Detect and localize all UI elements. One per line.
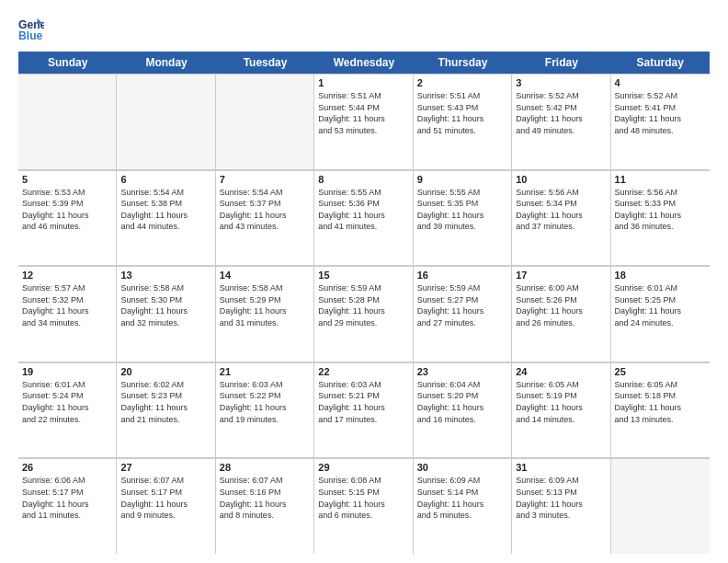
day-info: Sunrise: 5:58 AM Sunset: 5:29 PM Dayligh… bbox=[220, 282, 310, 328]
header: General Blue bbox=[18, 17, 710, 42]
table-row: 8Sunrise: 5:55 AM Sunset: 5:36 PM Daylig… bbox=[314, 170, 413, 266]
day-number: 17 bbox=[516, 270, 606, 281]
header-sunday: Sunday bbox=[18, 52, 117, 74]
day-info: Sunrise: 6:09 AM Sunset: 5:13 PM Dayligh… bbox=[516, 475, 606, 521]
table-row: 14Sunrise: 5:58 AM Sunset: 5:29 PM Dayli… bbox=[216, 266, 314, 362]
table-row bbox=[117, 74, 215, 169]
day-info: Sunrise: 5:58 AM Sunset: 5:30 PM Dayligh… bbox=[120, 282, 210, 328]
day-number: 25 bbox=[615, 366, 706, 377]
table-row: 23Sunrise: 6:04 AM Sunset: 5:20 PM Dayli… bbox=[414, 362, 512, 458]
table-row: 29Sunrise: 6:08 AM Sunset: 5:15 PM Dayli… bbox=[314, 458, 413, 554]
table-row: 31Sunrise: 6:09 AM Sunset: 5:13 PM Dayli… bbox=[512, 458, 610, 554]
day-number: 27 bbox=[120, 462, 210, 473]
day-number: 13 bbox=[120, 270, 210, 281]
day-info: Sunrise: 5:57 AM Sunset: 5:32 PM Dayligh… bbox=[22, 282, 112, 328]
day-info: Sunrise: 6:01 AM Sunset: 5:25 PM Dayligh… bbox=[615, 282, 706, 328]
day-info: Sunrise: 6:08 AM Sunset: 5:15 PM Dayligh… bbox=[318, 475, 408, 521]
table-row: 24Sunrise: 6:05 AM Sunset: 5:19 PM Dayli… bbox=[512, 362, 610, 458]
day-info: Sunrise: 5:53 AM Sunset: 5:39 PM Dayligh… bbox=[22, 187, 112, 233]
header-monday: Monday bbox=[117, 52, 215, 74]
day-number: 16 bbox=[417, 270, 507, 281]
table-row bbox=[216, 74, 314, 169]
table-row: 4Sunrise: 5:52 AM Sunset: 5:41 PM Daylig… bbox=[611, 74, 710, 169]
table-row: 11Sunrise: 5:56 AM Sunset: 5:33 PM Dayli… bbox=[611, 170, 710, 266]
week-row-5: 26Sunrise: 6:06 AM Sunset: 5:17 PM Dayli… bbox=[18, 458, 710, 554]
day-info: Sunrise: 5:52 AM Sunset: 5:41 PM Dayligh… bbox=[615, 90, 706, 136]
day-number: 6 bbox=[120, 174, 210, 185]
day-number: 29 bbox=[318, 462, 408, 473]
day-number: 4 bbox=[615, 77, 706, 88]
table-row: 27Sunrise: 6:07 AM Sunset: 5:17 PM Dayli… bbox=[117, 458, 215, 554]
table-row: 25Sunrise: 6:05 AM Sunset: 5:18 PM Dayli… bbox=[611, 362, 710, 458]
table-row: 9Sunrise: 5:55 AM Sunset: 5:35 PM Daylig… bbox=[414, 170, 512, 266]
day-number: 20 bbox=[120, 366, 210, 377]
day-number: 14 bbox=[220, 270, 310, 281]
calendar: Sunday Monday Tuesday Wednesday Thursday… bbox=[18, 52, 710, 554]
table-row: 22Sunrise: 6:03 AM Sunset: 5:21 PM Dayli… bbox=[314, 362, 413, 458]
day-info: Sunrise: 6:02 AM Sunset: 5:23 PM Dayligh… bbox=[120, 379, 210, 425]
day-info: Sunrise: 5:56 AM Sunset: 5:33 PM Dayligh… bbox=[615, 187, 706, 233]
day-number: 5 bbox=[22, 174, 112, 185]
day-number: 12 bbox=[22, 270, 112, 281]
day-info: Sunrise: 5:52 AM Sunset: 5:42 PM Dayligh… bbox=[516, 90, 606, 136]
day-info: Sunrise: 6:06 AM Sunset: 5:17 PM Dayligh… bbox=[22, 475, 112, 521]
header-tuesday: Tuesday bbox=[216, 52, 314, 74]
day-info: Sunrise: 5:59 AM Sunset: 5:27 PM Dayligh… bbox=[417, 282, 507, 328]
table-row: 26Sunrise: 6:06 AM Sunset: 5:17 PM Dayli… bbox=[18, 458, 117, 554]
day-number: 24 bbox=[516, 366, 606, 377]
week-row-1: 1Sunrise: 5:51 AM Sunset: 5:44 PM Daylig… bbox=[18, 74, 710, 170]
table-row: 6Sunrise: 5:54 AM Sunset: 5:38 PM Daylig… bbox=[117, 170, 215, 266]
week-row-2: 5Sunrise: 5:53 AM Sunset: 5:39 PM Daylig… bbox=[18, 170, 710, 267]
day-number: 11 bbox=[615, 174, 706, 185]
table-row: 7Sunrise: 5:54 AM Sunset: 5:37 PM Daylig… bbox=[216, 170, 314, 266]
table-row: 5Sunrise: 5:53 AM Sunset: 5:39 PM Daylig… bbox=[18, 170, 117, 266]
table-row: 12Sunrise: 5:57 AM Sunset: 5:32 PM Dayli… bbox=[18, 266, 117, 362]
day-number: 7 bbox=[220, 174, 310, 185]
day-info: Sunrise: 5:55 AM Sunset: 5:36 PM Dayligh… bbox=[318, 187, 408, 233]
table-row bbox=[18, 74, 117, 169]
day-info: Sunrise: 6:07 AM Sunset: 5:17 PM Dayligh… bbox=[120, 475, 210, 521]
table-row: 10Sunrise: 5:56 AM Sunset: 5:34 PM Dayli… bbox=[512, 170, 610, 266]
table-row: 16Sunrise: 5:59 AM Sunset: 5:27 PM Dayli… bbox=[414, 266, 512, 362]
page: General Blue Sunday Monday Tuesday Wedne… bbox=[0, 0, 728, 563]
week-row-3: 12Sunrise: 5:57 AM Sunset: 5:32 PM Dayli… bbox=[18, 266, 710, 362]
table-row bbox=[611, 458, 710, 554]
calendar-header: Sunday Monday Tuesday Wednesday Thursday… bbox=[18, 52, 710, 74]
day-info: Sunrise: 6:05 AM Sunset: 5:19 PM Dayligh… bbox=[516, 379, 606, 425]
day-number: 30 bbox=[417, 462, 507, 473]
table-row: 30Sunrise: 6:09 AM Sunset: 5:14 PM Dayli… bbox=[414, 458, 512, 554]
day-number: 9 bbox=[417, 174, 507, 185]
day-info: Sunrise: 5:54 AM Sunset: 5:38 PM Dayligh… bbox=[120, 187, 210, 233]
day-info: Sunrise: 6:01 AM Sunset: 5:24 PM Dayligh… bbox=[22, 379, 112, 425]
table-row: 19Sunrise: 6:01 AM Sunset: 5:24 PM Dayli… bbox=[18, 362, 117, 458]
day-info: Sunrise: 5:51 AM Sunset: 5:44 PM Dayligh… bbox=[318, 90, 408, 136]
svg-text:Blue: Blue bbox=[18, 29, 43, 42]
day-info: Sunrise: 6:03 AM Sunset: 5:21 PM Dayligh… bbox=[318, 379, 408, 425]
day-info: Sunrise: 5:59 AM Sunset: 5:28 PM Dayligh… bbox=[318, 282, 408, 328]
header-saturday: Saturday bbox=[611, 52, 710, 74]
table-row: 2Sunrise: 5:51 AM Sunset: 5:43 PM Daylig… bbox=[414, 74, 512, 169]
day-number: 21 bbox=[220, 366, 310, 377]
week-row-4: 19Sunrise: 6:01 AM Sunset: 5:24 PM Dayli… bbox=[18, 362, 710, 459]
table-row: 21Sunrise: 6:03 AM Sunset: 5:22 PM Dayli… bbox=[216, 362, 314, 458]
day-number: 10 bbox=[516, 174, 606, 185]
day-info: Sunrise: 6:03 AM Sunset: 5:22 PM Dayligh… bbox=[220, 379, 310, 425]
day-info: Sunrise: 6:00 AM Sunset: 5:26 PM Dayligh… bbox=[516, 282, 606, 328]
table-row: 13Sunrise: 5:58 AM Sunset: 5:30 PM Dayli… bbox=[117, 266, 215, 362]
table-row: 1Sunrise: 5:51 AM Sunset: 5:44 PM Daylig… bbox=[314, 74, 413, 169]
table-row: 17Sunrise: 6:00 AM Sunset: 5:26 PM Dayli… bbox=[512, 266, 610, 362]
table-row: 28Sunrise: 6:07 AM Sunset: 5:16 PM Dayli… bbox=[216, 458, 314, 554]
table-row: 3Sunrise: 5:52 AM Sunset: 5:42 PM Daylig… bbox=[512, 74, 610, 169]
day-number: 15 bbox=[318, 270, 408, 281]
calendar-body: 1Sunrise: 5:51 AM Sunset: 5:44 PM Daylig… bbox=[18, 74, 710, 554]
day-info: Sunrise: 5:55 AM Sunset: 5:35 PM Dayligh… bbox=[417, 187, 507, 233]
day-number: 3 bbox=[516, 77, 606, 88]
day-number: 18 bbox=[615, 270, 706, 281]
day-number: 26 bbox=[22, 462, 112, 473]
table-row: 15Sunrise: 5:59 AM Sunset: 5:28 PM Dayli… bbox=[314, 266, 413, 362]
header-friday: Friday bbox=[512, 52, 610, 74]
day-info: Sunrise: 6:04 AM Sunset: 5:20 PM Dayligh… bbox=[417, 379, 507, 425]
table-row: 20Sunrise: 6:02 AM Sunset: 5:23 PM Dayli… bbox=[117, 362, 215, 458]
day-number: 19 bbox=[22, 366, 112, 377]
day-number: 8 bbox=[318, 174, 408, 185]
